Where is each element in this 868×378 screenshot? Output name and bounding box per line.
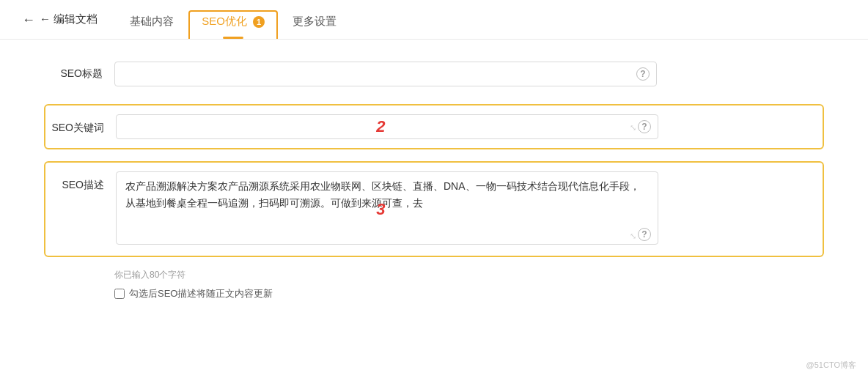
seo-title-label: SEO标题 xyxy=(44,62,103,81)
main-content: SEO标题 ? SEO关键词 ⤡ ? 2 SEO描述 农产品溯源解决方案农产品溯… xyxy=(0,40,868,322)
seo-description-field: 农产品溯源解决方案农产品溯源系统采用农业物联网、区块链、直播、DNA、一物一码技… xyxy=(116,171,658,247)
seo-keywords-field: ⤡ ? 2 xyxy=(116,114,658,139)
seo-description-label: SEO描述 xyxy=(45,171,104,192)
seo-description-input[interactable]: 农产品溯源解决方案农产品溯源系统采用农业物联网、区块链、直播、DNA、一物一码技… xyxy=(116,171,658,245)
watermark: @51CTO博客 xyxy=(806,360,856,371)
textarea-resize-icon: ⤡ xyxy=(630,231,636,241)
back-button[interactable]: ← ← 编辑文档 xyxy=(22,12,98,37)
seo-sync-label: 勾选后SEO描述将随正文内容更新 xyxy=(129,287,273,300)
seo-title-input[interactable] xyxy=(114,62,657,86)
seo-title-field: ? xyxy=(114,62,657,86)
nav-tabs: 基础内容 SEO优化 1 更多设置 xyxy=(115,10,351,39)
tab-seo-badge: 1 xyxy=(253,16,265,28)
page-header: ← ← 编辑文档 基础内容 SEO优化 1 更多设置 xyxy=(0,0,868,40)
tab-seo[interactable]: SEO优化 1 xyxy=(188,10,278,39)
char-count: 你已输入80个字符 xyxy=(114,269,824,281)
tab-basic[interactable]: 基础内容 xyxy=(115,15,188,39)
seo-sync-checkbox[interactable] xyxy=(114,289,125,299)
seo-keywords-label: SEO关键词 xyxy=(45,114,104,135)
tab-more-label: 更多设置 xyxy=(293,15,336,27)
seo-title-row: SEO标题 ? xyxy=(44,62,824,86)
back-arrow-icon: ← xyxy=(22,13,35,26)
seo-description-help-icon[interactable]: ? xyxy=(638,228,651,241)
seo-keywords-row: SEO关键词 ⤡ ? 2 xyxy=(44,104,824,149)
seo-description-row: SEO描述 农产品溯源解决方案农产品溯源系统采用农业物联网、区块链、直播、DNA… xyxy=(44,161,824,257)
tab-seo-label: SEO优化 xyxy=(202,15,247,27)
resize-icon: ⤡ xyxy=(630,123,636,133)
seo-title-help-icon[interactable]: ? xyxy=(636,67,650,81)
back-label: ← 编辑文档 xyxy=(40,12,98,26)
tab-basic-label: 基础内容 xyxy=(130,15,174,27)
seo-keywords-input[interactable] xyxy=(116,114,658,139)
seo-keywords-help-icon[interactable]: ? xyxy=(638,120,651,133)
tab-more[interactable]: 更多设置 xyxy=(278,15,351,39)
seo-sync-checkbox-row: 勾选后SEO描述将随正文内容更新 xyxy=(114,287,824,300)
